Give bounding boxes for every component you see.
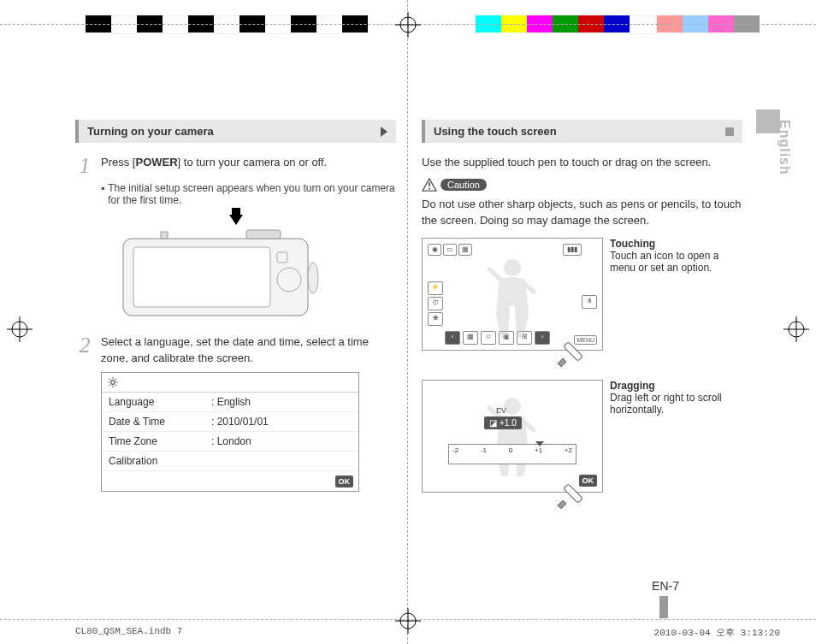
dragging-row: EV ◪+1.0 -2 -1 0 +1 +2 OK (422, 380, 742, 493)
section-end-icon (725, 127, 734, 136)
svg-point-21 (429, 187, 430, 189)
page-number-bar (659, 596, 668, 618)
svg-rect-17 (161, 232, 168, 239)
section-header-touch-screen: Using the touch screen (422, 120, 742, 143)
settings-title-row (102, 373, 358, 393)
ok-button[interactable]: OK (335, 476, 354, 487)
dragging-title: Dragging (610, 380, 655, 392)
step-1: 1 Press [POWER] to turn your camera on o… (75, 155, 396, 177)
focus-icon: ❀ (428, 312, 443, 326)
touching-description: Touching Touch an icon to open a menu or… (610, 238, 742, 351)
touching-row: ◉ ▭ ▦ ▮▮▮ ⚡ ⏱ ❀ ⋔ MENU ‹ ▦ ☺ ▣ ⊞ › (422, 238, 742, 351)
ev-slider[interactable]: -2 -1 0 +1 +2 (448, 444, 577, 464)
svg-point-19 (111, 380, 115, 384)
caution-badge: Caution (422, 178, 742, 192)
step-text: Select a language, set the date and time… (101, 334, 396, 367)
step-number: 1 (75, 155, 94, 177)
settings-row-language: Language: English (102, 393, 358, 412)
footer-file: CL80_QSM_SEA.indb 7 (75, 626, 182, 639)
flash-icon: ⚡ (428, 281, 443, 295)
svg-point-18 (308, 263, 318, 293)
registration-mark-icon (7, 316, 33, 342)
right-column: Using the touch screen Use the supplied … (422, 120, 742, 599)
ev-label: EV (496, 406, 506, 415)
drag-screen-illustration: EV ◪+1.0 -2 -1 0 +1 +2 OK (422, 380, 603, 493)
intro-text: Use the supplied touch pen to touch or d… (422, 155, 742, 171)
person-silhouette-icon (482, 254, 542, 340)
timer-icon: ⏱ (428, 297, 443, 310)
left-column: Turning on your camera 1 Press [POWER] t… (75, 120, 396, 599)
dragging-body: Drag left or right to scroll horizontall… (610, 392, 722, 416)
ev-value-badge: ◪+1.0 (484, 417, 522, 429)
continue-arrow-icon (381, 127, 387, 137)
touching-title: Touching (610, 238, 655, 250)
quality-icon: ▦ (458, 244, 472, 256)
step-text: Press [POWER] to turn your camera on or … (101, 155, 396, 177)
caution-label: Caution (441, 179, 487, 191)
gear-icon (107, 376, 119, 388)
section-title: Using the touch screen (434, 125, 557, 138)
step-2: 2 Select a language, set the date and ti… (75, 334, 396, 367)
bullet-icon: ▪ (101, 182, 104, 206)
settings-row-timezone: Time Zone: London (102, 432, 358, 452)
registration-mark-icon (783, 316, 809, 342)
footer-timestamp: 2010-03-04 오후 3:13:20 (654, 626, 780, 639)
stylus-icon (549, 334, 587, 372)
settings-ok-row: OK (102, 471, 358, 491)
caution-text: Do not use other sharp objects, such as … (422, 197, 742, 229)
step-1-note: ▪ The initial setup screen appears when … (101, 182, 396, 206)
memory-icon: ▭ (443, 244, 457, 256)
camera-mode-icon: ◉ (428, 244, 441, 256)
power-button-label: POWER (135, 156, 177, 168)
settings-row-datetime: Date & Time: 2010/01/01 (102, 412, 358, 432)
svg-rect-13 (133, 247, 270, 307)
language-tab: English (777, 120, 792, 175)
down-arrow-icon (229, 215, 243, 225)
exposure-icon: ◪ (489, 418, 497, 428)
registration-mark-icon (395, 12, 421, 38)
touching-body: Touch an icon to open a menu or set an o… (610, 250, 718, 274)
section-header-turning-on: Turning on your camera (75, 120, 396, 143)
dragging-description: Dragging Drag left or right to scroll ho… (610, 380, 742, 493)
battery-icon: ▮▮▮ (563, 244, 582, 256)
footer: CL80_QSM_SEA.indb 7 2010-03-04 오후 3:13:2… (75, 626, 780, 639)
svg-rect-16 (246, 230, 281, 239)
step-number: 2 (75, 334, 94, 367)
touch-screen-illustration: ◉ ▭ ▦ ▮▮▮ ⚡ ⏱ ❀ ⋔ MENU ‹ ▦ ☺ ▣ ⊞ › (422, 238, 603, 351)
stylus-icon (549, 476, 587, 514)
slider-thumb-icon (535, 441, 544, 446)
camera-illustration (118, 227, 323, 321)
page-content: Turning on your camera 1 Press [POWER] t… (75, 120, 742, 599)
section-title: Turning on your camera (87, 125, 214, 138)
caution-icon (422, 178, 437, 192)
settings-panel: Language: English Date & Time: 2010/01/0… (101, 372, 359, 492)
person-silhouette-icon (482, 393, 542, 478)
page-number: EN-7 (652, 579, 679, 593)
svg-rect-25 (564, 483, 583, 503)
svg-rect-23 (564, 341, 583, 361)
svg-point-22 (504, 259, 521, 276)
wifi-icon: ⋔ (582, 295, 597, 309)
settings-row-calibration: Calibration (102, 452, 358, 471)
